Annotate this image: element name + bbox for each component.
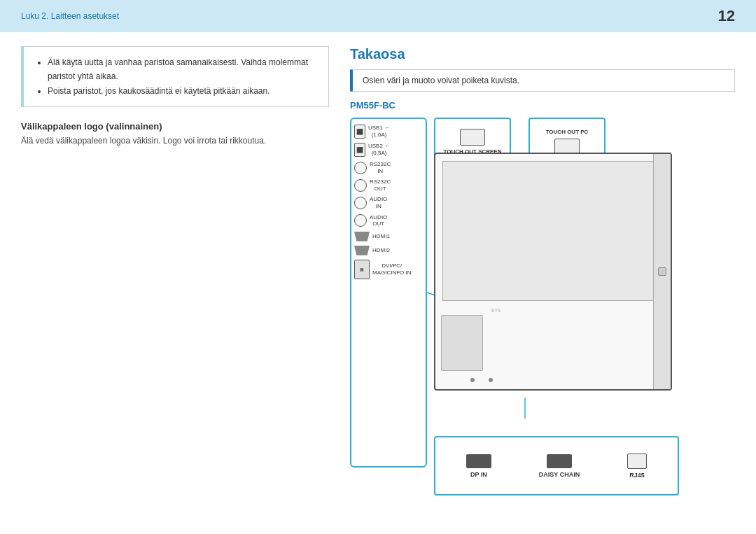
- daisy-chain-label: DAISY CHAIN: [539, 471, 580, 478]
- model-label: PM55F-BC: [350, 100, 735, 111]
- rj45-label: RJ45: [629, 472, 645, 479]
- note-box: Osien väri ja muoto voivat poiketa kuvis…: [350, 69, 735, 92]
- rj45-icon: [627, 454, 647, 469]
- daisy-chain-icon: [547, 454, 572, 468]
- rs232c-in-icon: [354, 162, 367, 174]
- audio-out-label: AUDIOOUT: [370, 214, 387, 227]
- port-panel: ⬛ USB1 ←(1.0A) ⬛ USB2 ←(0.5A) RS232CIN: [350, 118, 427, 468]
- audio-out-icon: [354, 214, 367, 227]
- port-usb2: ⬛ USB2 ←(0.5A): [354, 143, 423, 157]
- logo-section: Välikappaleen logo (valinnainen) Älä ved…: [21, 121, 329, 146]
- touch-out-pc-label: TOUCH OUT PC: [546, 129, 589, 136]
- info-list: Älä käytä uutta ja vanhaa paristoa saman…: [35, 55, 317, 98]
- port-icon-side: [658, 267, 666, 276]
- hdmi2-label: HDMI2: [372, 247, 390, 254]
- hdmi1-label: HDMI1: [372, 233, 390, 240]
- left-column: Älä käytä uutta ja vanhaa paristoa saman…: [21, 46, 329, 521]
- port-rs232c-out: RS232COUT: [354, 178, 423, 192]
- usb2-icon: ⬛: [354, 143, 365, 157]
- info-box: Älä käytä uutta ja vanhaa paristoa saman…: [21, 46, 329, 107]
- audio-in-icon: [354, 197, 367, 209]
- bottom-port-row: DP IN DAISY CHAIN RJ45: [434, 436, 679, 496]
- port-audio-out: AUDIOOUT: [354, 214, 423, 227]
- monitor-diagram: ETS: [434, 153, 672, 391]
- touch-out-screen-icon: [460, 129, 485, 146]
- rj45-port: RJ45: [627, 454, 647, 479]
- info-item-2: Poista paristot, jos kaukosäädintä ei kä…: [48, 84, 317, 98]
- dvi-icon: ▦: [354, 260, 370, 279]
- dp-in-port: DP IN: [466, 454, 491, 478]
- dot2: [489, 378, 493, 382]
- hdmi1-icon: [354, 232, 370, 241]
- connector-group: [441, 315, 483, 371]
- note-text: Osien väri ja muoto voivat poiketa kuvis…: [363, 76, 519, 85]
- dot1: [470, 378, 475, 382]
- port-audio-in: AUDIOIN: [354, 196, 423, 209]
- port-hdmi1: HDMI1: [354, 232, 423, 241]
- port-usb1: ⬛ USB1 ←(1.0A): [354, 125, 423, 139]
- dvi-label: DVI/PC/MAGICINFO IN: [372, 262, 412, 276]
- logo-section-title: Välikappaleen logo (valinnainen): [21, 121, 329, 132]
- port-rs232c-in: RS232CIN: [354, 161, 423, 174]
- info-item-1: Älä käytä uutta ja vanhaa paristoa saman…: [48, 55, 317, 84]
- section-title-takaosa: Takaosa: [350, 46, 735, 62]
- audio-in-label: AUDIOIN: [370, 196, 387, 209]
- vent-area: [653, 154, 671, 389]
- page-number: 12: [718, 7, 735, 25]
- etg-label: ETS: [491, 308, 501, 313]
- monitor-screen: [442, 161, 664, 301]
- port-hdmi2: HDMI2: [354, 246, 423, 255]
- breadcrumb: Luku 2. Laitteen asetukset: [21, 11, 119, 21]
- logo-section-desc: Älä vedä välikappaleen logoa väkisin. Lo…: [21, 136, 329, 146]
- rs232c-out-label: RS232COUT: [370, 178, 391, 192]
- dp-in-label: DP IN: [470, 471, 487, 478]
- usb1-label: USB1 ←(1.0A): [368, 125, 390, 138]
- diagram-area: TOUCH OUT SCREEN TOUCH OUT PC ⬛ USB1 ←(1…: [350, 118, 700, 496]
- usb1-icon: ⬛: [354, 125, 365, 139]
- header: Luku 2. Laitteen asetukset 12: [0, 0, 756, 32]
- daisy-chain-port: DAISY CHAIN: [539, 454, 580, 478]
- hdmi2-icon: [354, 246, 370, 255]
- port-dvi: ▦ DVI/PC/MAGICINFO IN: [354, 260, 423, 279]
- rs232c-in-label: RS232CIN: [370, 161, 391, 174]
- dp-in-icon: [466, 454, 491, 468]
- right-column: Takaosa Osien väri ja muoto voivat poike…: [350, 46, 735, 521]
- rs232c-out-icon: [354, 179, 367, 192]
- usb2-label: USB2 ←(0.5A): [368, 143, 390, 156]
- monitor-dots: [470, 378, 493, 382]
- main-content: Älä käytä uutta ja vanhaa paristoa saman…: [0, 32, 756, 534]
